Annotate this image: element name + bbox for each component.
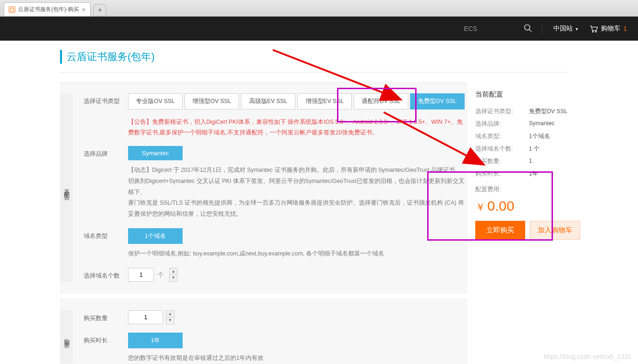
spinner-down[interactable]: ▼ (166, 317, 174, 324)
duration-label: 购买时长 (84, 333, 128, 345)
browser-tab[interactable]: 云盾证书服务(包年)-购买 × (4, 2, 91, 16)
cart-link[interactable]: 购物车 1 (589, 24, 627, 33)
cfg-qty-label: 购买数量: (475, 158, 529, 165)
svg-line-1 (529, 29, 532, 31)
duration-desc: 您的数字证书有效期是在审核通过之后的1年内有效 (128, 353, 457, 364)
svg-point-3 (595, 31, 596, 32)
chevron-down-icon: ▾ (576, 26, 578, 31)
cfg-qty-value: 1 (529, 158, 532, 165)
cfg-domain-count-label: 选择域名个数: (475, 145, 529, 153)
domain-type-chip[interactable]: 1个域名 (128, 228, 183, 244)
new-tab-button[interactable]: + (93, 4, 106, 16)
cfg-domain-type-label: 域名类型: (475, 133, 529, 140)
buy-now-button[interactable]: 立即购买 (475, 221, 525, 240)
watermark: https://blog.csdn.net/cxh_1231 (544, 353, 632, 360)
cfg-duration-value: 1年 (529, 170, 538, 178)
tab-ov-ssl[interactable]: 专业版OV SSL (128, 93, 183, 109)
qty-input[interactable] (128, 310, 163, 324)
cfg-price-value: 0.00 (487, 198, 514, 213)
site-icon (9, 6, 15, 13)
cert-type-tabs: 专业版OV SSL 增强型OV SSL 高级版EV SSL 增强型EV SSL … (128, 93, 465, 109)
cert-type-notice: 【公告】免费新根证书，切入DigiCert PKI体系，兼容性如下 操作系统版本… (128, 117, 465, 138)
add-to-cart-button[interactable]: 加入购物车 (530, 221, 580, 240)
spinner-down[interactable]: ▼ (170, 275, 177, 281)
browser-tab-bar: 云盾证书服务(包年)-购买 × + (0, 0, 638, 17)
cfg-brand-value: Symantec (529, 120, 555, 128)
purchase-panel: 购买量 购买数量 ▲ ▼ (60, 299, 467, 364)
close-icon[interactable]: × (82, 6, 86, 13)
tab-wildcard-dv[interactable]: 通配符DV SSL (354, 93, 408, 109)
tab-ev-ssl[interactable]: 高级版EV SSL (241, 93, 295, 109)
cfg-cert-type-label: 选择证书类型: (475, 108, 529, 115)
qty-label: 购买数量 (84, 310, 128, 322)
domain-type-desc: 保护一个明细域名,例如: buy.example.com,或next.buy.e… (128, 249, 465, 260)
tab-ov-ssl-enhanced[interactable]: 增强型OV SSL (184, 93, 239, 109)
cfg-price: ￥0.00 (475, 198, 600, 214)
tab-ev-ssl-enhanced[interactable]: 增强型EV SSL (297, 93, 352, 109)
domain-count-input[interactable] (128, 268, 154, 282)
domain-count-label: 选择域名个数 (84, 268, 128, 280)
cfg-cert-type-value: 免费型DV SSL (529, 108, 567, 115)
domain-type-label: 域名类型 (84, 228, 128, 240)
panel-side-label-purchase: 购买量 (61, 310, 73, 364)
cfg-brand-label: 选择品牌: (475, 120, 529, 128)
cart-count: 1 (623, 25, 627, 32)
domain-count-unit: 个 (158, 271, 164, 279)
basic-config-panel: 基本配置 选择证书类型 专业版OV SSL 增强型OV SSL 高级版EV SS… (60, 82, 467, 293)
cfg-fee-label: 配置费用: (475, 186, 529, 194)
tab-free-dv[interactable]: 免费型DV SSL (410, 93, 465, 109)
spinner-up[interactable]: ▲ (170, 268, 177, 275)
svg-point-2 (592, 31, 593, 32)
page-title: 云盾证书服务(包年) (60, 50, 638, 64)
region-selector[interactable]: 中国站 ▾ (553, 24, 578, 33)
cert-type-label: 选择证书类型 (84, 93, 128, 105)
brand-chip[interactable]: Symantec (128, 146, 183, 160)
cart-icon (589, 24, 598, 33)
svg-point-0 (525, 24, 530, 30)
duration-chip[interactable]: 1年 (128, 333, 183, 348)
panel-side-label-basic: 基本配置 (61, 93, 73, 282)
qty-spinner: ▲ ▼ (166, 310, 174, 324)
config-title: 当前配置 (475, 86, 600, 105)
cfg-domain-count-value: 1 个 (529, 145, 540, 153)
search-input[interactable]: ECS (464, 25, 477, 32)
top-nav: ECS 中国站 ▾ 购物车 1 (0, 17, 638, 41)
divider (60, 72, 569, 73)
search-box[interactable]: ECS (464, 24, 542, 34)
region-label: 中国站 (553, 24, 573, 33)
cart-label: 购物车 (601, 24, 620, 33)
cfg-duration-label: 购买时长: (475, 170, 529, 178)
config-summary: 当前配置 选择证书类型:免费型DV SSL 选择品牌:Symantec 域名类型… (475, 82, 600, 364)
brand-desc: 【动态】Digicert 于 2017年12月1日，完成对 Symantec 证… (128, 165, 465, 220)
cfg-domain-type-value: 1个域名 (529, 133, 550, 140)
spinner-up[interactable]: ▲ (166, 311, 174, 317)
search-icon[interactable] (523, 24, 533, 34)
domain-count-spinner: ▲ ▼ (169, 268, 178, 282)
tab-title: 云盾证书服务(包年)-购买 (18, 6, 79, 13)
brand-label: 选择品牌 (84, 146, 128, 158)
